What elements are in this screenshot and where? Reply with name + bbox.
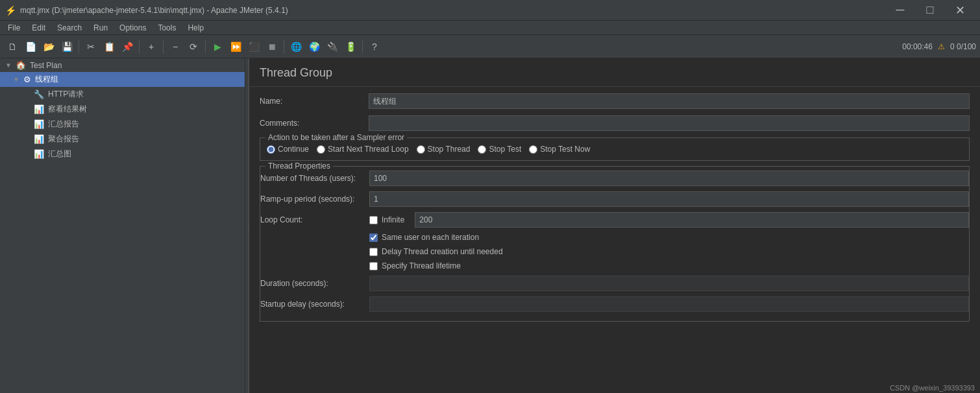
results-tree-icon: 📊 bbox=[34, 104, 44, 114]
results-tree-label: 察看结果树 bbox=[48, 104, 87, 115]
option-stop-thread-label: Stop Thread bbox=[428, 145, 471, 154]
menu-help[interactable]: Help bbox=[182, 22, 209, 34]
menu-bar: File Edit Search Run Options Tools Help bbox=[0, 21, 980, 35]
close-button[interactable]: ✕ bbox=[945, 0, 975, 21]
remote-start-button[interactable]: 🌐 bbox=[288, 38, 304, 55]
radio-stop-test[interactable] bbox=[478, 145, 486, 154]
infinite-checkbox[interactable] bbox=[369, 216, 378, 224]
summary-report-label: 汇总报告 bbox=[48, 119, 79, 130]
duration-input[interactable] bbox=[369, 276, 969, 291]
copy-button[interactable]: 📋 bbox=[101, 38, 117, 55]
title-bar-controls: ─ □ ✕ bbox=[885, 0, 975, 21]
option-stop-thread[interactable]: Stop Thread bbox=[417, 145, 471, 154]
app-icon: ⚡ bbox=[5, 5, 16, 16]
delay-thread-checkbox-label[interactable]: Delay Thread creation until needed bbox=[369, 247, 503, 256]
loop-count-input[interactable] bbox=[415, 212, 969, 228]
specify-lifetime-checkbox[interactable] bbox=[369, 262, 378, 270]
sidebar-item-thread-group[interactable]: ▼ ⚙ 线程组 bbox=[0, 72, 245, 87]
radio-stop-test-now[interactable] bbox=[529, 145, 537, 154]
title-bar: ⚡ mqtt.jmx (D:\jmeter\apache-jmeter-5.4.… bbox=[0, 0, 980, 21]
maximize-button[interactable]: □ bbox=[915, 0, 945, 21]
toolbar: 🗋 📄 📂 💾 ✂ 📋 📌 + − ⟳ ▶ ⏩ ⬛ ⏹ 🌐 🌍 🔌 🔋 ? 00… bbox=[0, 35, 980, 58]
menu-options[interactable]: Options bbox=[114, 22, 151, 34]
menu-file[interactable]: File bbox=[3, 22, 25, 34]
option-stop-test[interactable]: Stop Test bbox=[478, 145, 521, 154]
name-label: Name: bbox=[260, 97, 363, 106]
open-button[interactable]: 📂 bbox=[40, 38, 57, 55]
sidebar-item-summary-report[interactable]: 📊 汇总报告 bbox=[0, 117, 245, 132]
menu-run[interactable]: Run bbox=[88, 22, 113, 34]
stop-button[interactable]: ⬛ bbox=[245, 38, 262, 55]
option-stop-test-label: Stop Test bbox=[489, 145, 521, 154]
cut-button[interactable]: ✂ bbox=[82, 38, 99, 55]
expand-icon-thread: ▼ bbox=[13, 76, 21, 83]
startup-delay-input[interactable] bbox=[369, 296, 969, 312]
open-template-button[interactable]: 📄 bbox=[22, 38, 39, 55]
remote-stop-all-button[interactable]: 🔋 bbox=[342, 38, 359, 55]
sidebar-item-http-request[interactable]: 🔧 HTTP请求 bbox=[0, 87, 245, 102]
aggregate-report-icon: 📊 bbox=[34, 134, 44, 144]
shutdown-button[interactable]: ⏹ bbox=[263, 38, 280, 55]
start-button[interactable]: ▶ bbox=[209, 38, 226, 55]
thread-group-label: 线程组 bbox=[35, 74, 58, 85]
remote-start-all-button[interactable]: 🌍 bbox=[306, 38, 323, 55]
comments-input[interactable] bbox=[369, 115, 970, 131]
expand-icon: ▼ bbox=[5, 62, 13, 69]
radio-continue[interactable] bbox=[267, 145, 275, 154]
sidebar-item-results-tree[interactable]: 📊 察看结果树 bbox=[0, 102, 245, 117]
radio-stop-thread[interactable] bbox=[417, 145, 425, 154]
num-threads-input[interactable] bbox=[369, 171, 969, 186]
duration-row: Duration (seconds): bbox=[260, 276, 969, 291]
collapse-button[interactable]: − bbox=[167, 38, 184, 55]
menu-tools[interactable]: Tools bbox=[153, 22, 181, 34]
menu-search[interactable]: Search bbox=[52, 22, 87, 34]
form-area: Name: Comments: Action to be taken after… bbox=[249, 87, 980, 333]
sidebar-item-aggregate-report[interactable]: 📊 聚合报告 bbox=[0, 132, 245, 147]
new-button[interactable]: 🗋 bbox=[4, 38, 21, 55]
thread-props-legend: Thread Properties bbox=[265, 161, 333, 171]
help-button[interactable]: ? bbox=[366, 38, 383, 55]
summary-graph-label: 汇总图 bbox=[48, 149, 71, 160]
aggregate-report-label: 聚合报告 bbox=[48, 134, 79, 145]
start-no-pauses-button[interactable]: ⏩ bbox=[227, 38, 244, 55]
expand-button[interactable]: + bbox=[143, 38, 160, 55]
ramp-up-label: Ramp-up period (seconds): bbox=[260, 195, 364, 204]
http-request-label: HTTP请求 bbox=[48, 89, 84, 100]
http-request-icon: 🔧 bbox=[34, 89, 44, 99]
minimize-button[interactable]: ─ bbox=[885, 0, 915, 21]
toolbar-right: 00:00:46 ⚠ 0 0/100 bbox=[902, 42, 976, 51]
specify-lifetime-checkbox-label[interactable]: Specify Thread lifetime bbox=[369, 261, 461, 270]
delay-thread-label: Delay Thread creation until needed bbox=[382, 247, 503, 256]
error-action-legend: Action to be taken after a Sampler error bbox=[265, 133, 407, 142]
radio-start-next-thread-loop[interactable] bbox=[317, 145, 325, 154]
comments-label: Comments: bbox=[260, 119, 363, 128]
refresh-button[interactable]: ⟳ bbox=[185, 38, 202, 55]
same-user-checkbox[interactable] bbox=[369, 233, 378, 242]
test-plan-label: Test Plan bbox=[30, 61, 62, 70]
remote-stop-button[interactable]: 🔌 bbox=[324, 38, 341, 55]
separator-4 bbox=[205, 40, 206, 53]
option-continue[interactable]: Continue bbox=[267, 145, 309, 154]
test-plan-icon: 🏠 bbox=[16, 60, 26, 70]
menu-edit[interactable]: Edit bbox=[27, 22, 51, 34]
save-button[interactable]: 💾 bbox=[58, 38, 75, 55]
ramp-up-input[interactable] bbox=[369, 191, 969, 207]
specify-lifetime-label: Specify Thread lifetime bbox=[382, 261, 461, 270]
sidebar-resizer[interactable] bbox=[245, 58, 249, 393]
option-stop-test-now-label: Stop Test Now bbox=[540, 145, 590, 154]
option-start-next-thread-loop[interactable]: Start Next Thread Loop bbox=[317, 145, 409, 154]
num-threads-label: Number of Threads (users): bbox=[260, 174, 364, 183]
separator-2 bbox=[139, 40, 140, 53]
same-user-checkbox-label[interactable]: Same user on each iteration bbox=[369, 233, 479, 242]
sidebar-item-test-plan[interactable]: ▼ 🏠 Test Plan bbox=[0, 58, 245, 72]
option-start-next-thread-loop-label: Start Next Thread Loop bbox=[328, 145, 409, 154]
name-input[interactable] bbox=[369, 93, 970, 109]
title-bar-left: ⚡ mqtt.jmx (D:\jmeter\apache-jmeter-5.4.… bbox=[5, 5, 288, 16]
paste-button[interactable]: 📌 bbox=[119, 38, 136, 55]
error-action-section: Action to be taken after a Sampler error… bbox=[260, 137, 970, 161]
infinite-checkbox-label[interactable]: Infinite bbox=[369, 215, 404, 224]
sidebar-item-summary-graph[interactable]: 📊 汇总图 bbox=[0, 147, 245, 161]
option-stop-test-now[interactable]: Stop Test Now bbox=[529, 145, 590, 154]
summary-report-icon: 📊 bbox=[34, 119, 44, 129]
delay-thread-checkbox[interactable] bbox=[369, 248, 378, 256]
